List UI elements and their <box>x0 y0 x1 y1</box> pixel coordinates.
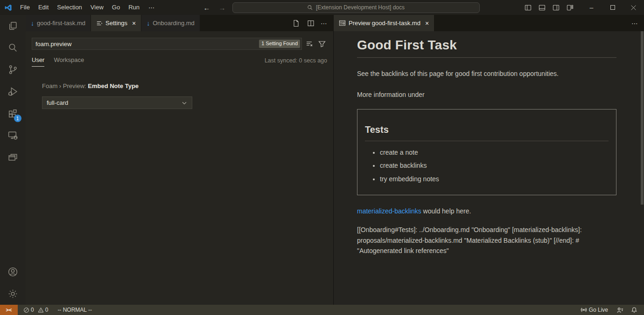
remote-indicator[interactable]: >< <box>0 305 18 315</box>
remote-icon: >< <box>6 307 12 313</box>
list-item: try embedding notes <box>380 174 612 184</box>
notifications-bell-icon[interactable] <box>628 307 640 313</box>
list-item: create a note <box>380 148 612 157</box>
menu-edit[interactable]: Edit <box>34 0 53 15</box>
vim-mode-indicator: -- NORMAL -- <box>55 307 95 313</box>
remote-explorer-icon[interactable] <box>2 124 24 146</box>
error-count: 0 <box>31 307 34 313</box>
filter-settings-icon[interactable] <box>317 39 327 49</box>
link-paragraph: materialized-backlinks would help here. <box>357 206 616 216</box>
preview-scrollbar[interactable] <box>641 31 644 205</box>
tab-preview-good-first-task[interactable]: Preview good-first-task.md × <box>334 15 434 31</box>
scope-tab-user[interactable]: User <box>32 56 44 67</box>
toggle-secondary-sidebar-icon[interactable] <box>549 1 562 14</box>
embed-card-list: create a note create backlinks try embed… <box>361 148 612 184</box>
maximize-icon <box>610 5 615 10</box>
setting-name: Embed Note Type <box>88 82 139 89</box>
editor-group-right: Preview good-first-task.md × ⋯ Good Firs… <box>334 15 644 305</box>
close-tab-icon[interactable]: × <box>425 20 429 27</box>
link-references-text: [[Onboarding#Tests]: ../Onboarding.md "O… <box>357 225 616 256</box>
menu-selection[interactable]: Selection <box>53 0 86 15</box>
settings-result-count-badge: 1 Setting Found <box>259 40 300 48</box>
status-bar: >< 0 0 -- NORMAL -- Go Live <box>0 305 644 315</box>
open-settings-json-icon[interactable] <box>291 18 301 28</box>
close-tab-icon[interactable]: × <box>132 20 136 27</box>
go-live-button[interactable]: Go Live <box>578 307 611 313</box>
menu-more-icon[interactable]: ⋯ <box>144 4 160 11</box>
more-actions-icon[interactable]: ⋯ <box>321 20 328 27</box>
markdown-file-icon: ↓ <box>147 20 150 27</box>
menu-view[interactable]: View <box>86 0 108 15</box>
problems-status[interactable]: 0 0 <box>21 307 51 313</box>
link-tail-text: would help here. <box>421 207 471 215</box>
command-center-search[interactable]: [Extension Development Host] docs <box>232 2 480 13</box>
embed-card-title: Tests <box>365 124 609 141</box>
left-tabbar: ↓ good-first-task.md Settings × ↓ Onboar… <box>26 15 333 31</box>
preview-paragraph: More information under <box>357 90 616 100</box>
materialized-backlinks-link[interactable]: materialized-backlinks <box>357 207 421 215</box>
embedded-note-card: Tests create a note create backlinks try… <box>357 109 616 195</box>
titlebar: File Edit Selection View Go Run ⋯ ← → [E… <box>0 0 644 15</box>
editor-group-left: ↓ good-first-task.md Settings × ↓ Onboar… <box>26 15 334 305</box>
warning-icon <box>38 307 44 313</box>
tab-label: good-first-task.md <box>37 20 85 27</box>
markdown-preview-icon <box>339 20 346 27</box>
extensions-badge: 1 <box>14 115 21 122</box>
settings-list-icon <box>96 20 103 27</box>
settings-gear-icon[interactable] <box>2 283 24 305</box>
list-item: create backlinks <box>380 161 612 170</box>
maximize-button[interactable] <box>602 0 623 15</box>
command-center-label: [Extension Development Host] docs <box>316 4 405 11</box>
close-window-button[interactable] <box>623 0 644 15</box>
error-icon <box>23 307 29 313</box>
split-editor-icon[interactable] <box>306 18 316 28</box>
navigate-forward-icon[interactable]: → <box>217 4 228 12</box>
tab-good-first-task[interactable]: ↓ good-first-task.md <box>26 15 91 31</box>
warning-count: 0 <box>45 307 49 313</box>
selected-value: full-card <box>47 99 68 106</box>
toggle-panel-icon[interactable] <box>535 1 548 14</box>
broadcast-icon <box>581 307 587 313</box>
right-tabbar: Preview good-first-task.md × ⋯ <box>334 15 644 31</box>
menu-go[interactable]: Go <box>108 0 124 15</box>
last-synced-label: Last synced: 0 secs ago <box>265 57 327 67</box>
tab-onboarding[interactable]: ↓ Onboarding.md <box>141 15 200 31</box>
extensions-icon[interactable]: 1 <box>2 103 24 124</box>
scope-tab-workspace[interactable]: Workspace <box>54 56 84 67</box>
preview-paragraph: See the backlinks of this page for good … <box>357 69 616 79</box>
windows-icon[interactable] <box>2 146 24 168</box>
setting-item-embed-note-type: Foam › Preview: Embed Note Type full-car… <box>42 82 333 109</box>
tab-label: Onboarding.md <box>153 20 195 27</box>
embed-note-type-select[interactable]: full-card <box>42 96 192 109</box>
menubar: File Edit Selection View Go Run ⋯ <box>16 0 160 15</box>
menu-file[interactable]: File <box>16 0 34 15</box>
heading-rule <box>357 57 616 58</box>
accounts-icon[interactable] <box>2 261 24 283</box>
activity-bar: 1 <box>0 15 26 305</box>
search-sidebar-icon[interactable] <box>2 37 24 59</box>
navigate-back-icon[interactable]: ← <box>202 4 212 12</box>
more-actions-icon[interactable]: ⋯ <box>631 20 638 27</box>
go-live-label: Go Live <box>589 307 608 313</box>
customize-layout-icon[interactable] <box>563 1 576 14</box>
source-control-icon[interactable] <box>2 59 24 81</box>
setting-category: Foam › Preview: <box>42 82 88 89</box>
tab-label: Settings <box>105 20 127 27</box>
search-icon <box>307 5 313 11</box>
minimize-button[interactable]: – <box>581 0 602 15</box>
toggle-sidebar-icon[interactable] <box>521 1 534 14</box>
feedback-button[interactable] <box>614 307 626 314</box>
clear-settings-search-icon[interactable] <box>304 39 315 49</box>
menu-run[interactable]: Run <box>124 0 144 15</box>
tab-settings[interactable]: Settings × <box>91 15 141 31</box>
settings-editor: 1 Setting Found User Workspace Last sync… <box>26 31 333 305</box>
markdown-preview-pane: Good First Task See the backlinks of thi… <box>334 31 644 305</box>
tab-label: Preview good-first-task.md <box>349 20 420 27</box>
run-debug-icon[interactable] <box>2 81 24 103</box>
vscode-logo-icon <box>0 4 16 12</box>
setting-title: Foam › Preview: Embed Note Type <box>42 82 333 89</box>
explorer-icon[interactable] <box>2 15 24 37</box>
settings-scope-tabs: User Workspace Last synced: 0 secs ago <box>32 56 327 67</box>
chevron-down-icon <box>181 100 188 106</box>
markdown-file-icon: ↓ <box>31 20 34 27</box>
